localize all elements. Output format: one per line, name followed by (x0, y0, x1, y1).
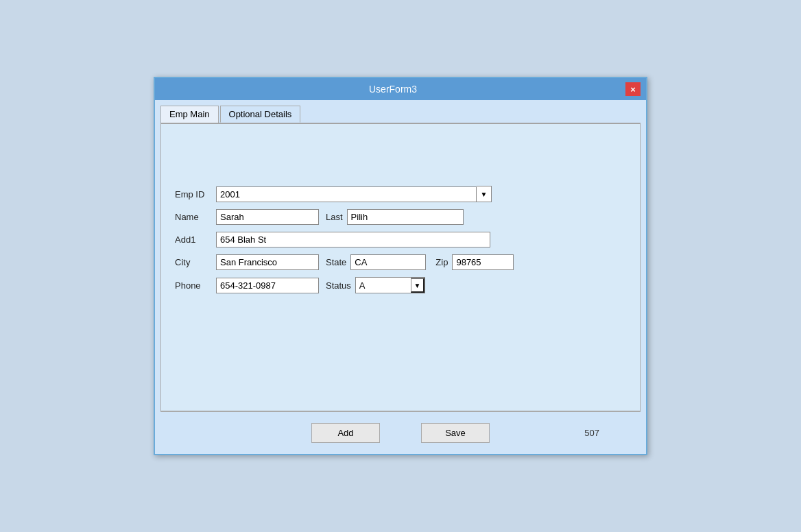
name-row: Name Last (175, 209, 626, 225)
divider (160, 411, 641, 412)
name-fields: Last (216, 209, 464, 225)
zip-label: Zip (435, 257, 448, 267)
window-body: Emp Main Optional Details Emp ID ▼ (155, 100, 646, 454)
last-name-input[interactable] (347, 209, 464, 225)
tab-bar: Emp Main Optional Details (160, 106, 641, 123)
buttons-area: Add Save 507 (160, 415, 641, 448)
city-label: City (175, 257, 216, 267)
phone-status-fields: Status A ▼ (216, 277, 425, 293)
title-bar: UserForm3 × (155, 78, 646, 100)
form-section: Emp ID ▼ Name Last (175, 186, 626, 293)
status-dropdown-button[interactable]: ▼ (411, 278, 425, 293)
address-input[interactable] (216, 232, 490, 247)
save-button[interactable]: Save (421, 423, 490, 443)
first-name-input[interactable] (216, 209, 319, 225)
record-count: 507 (584, 428, 599, 438)
emp-id-dropdown-button[interactable]: ▼ (477, 186, 492, 202)
city-state-zip-fields: State Zip (216, 254, 514, 270)
phone-label: Phone (175, 280, 216, 291)
status-select-wrapper: A ▼ (355, 277, 425, 293)
close-button[interactable]: × (625, 82, 641, 96)
city-state-zip-row: City State Zip (175, 254, 626, 270)
emp-id-label: Emp ID (175, 189, 216, 200)
emp-id-container: ▼ (216, 186, 492, 202)
tab-optional-details[interactable]: Optional Details (220, 106, 301, 123)
content-area: Emp ID ▼ Name Last (160, 123, 641, 411)
emp-id-row: Emp ID ▼ (175, 186, 626, 202)
phone-status-row: Phone Status A ▼ (175, 277, 626, 293)
address-row: Add1 (175, 232, 626, 247)
last-label: Last (326, 212, 343, 222)
status-label: Status (326, 280, 351, 291)
add1-label: Add1 (175, 234, 216, 245)
add-button[interactable]: Add (311, 423, 380, 443)
user-form-window: UserForm3 × Emp Main Optional Details Em… (154, 77, 647, 455)
city-input[interactable] (216, 254, 319, 270)
emp-id-input[interactable] (216, 186, 477, 202)
tab-emp-main[interactable]: Emp Main (160, 106, 219, 123)
state-label: State (326, 257, 346, 267)
zip-input[interactable] (452, 254, 514, 270)
state-input[interactable] (350, 254, 426, 270)
name-label: Name (175, 212, 216, 222)
status-value[interactable]: A (356, 278, 411, 293)
window-title: UserForm3 (160, 84, 625, 95)
phone-input[interactable] (216, 278, 319, 293)
